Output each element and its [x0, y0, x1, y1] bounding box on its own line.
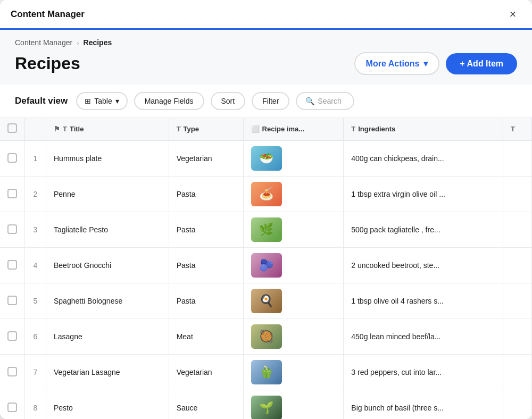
search-placeholder: Search — [318, 97, 341, 105]
modal-title: Content Manager — [11, 9, 85, 20]
view-label: Default view — [15, 96, 68, 106]
row-checkbox[interactable] — [7, 153, 17, 163]
table-row: 5 Spaghetti Bolognese Pasta 🍳 1 tbsp oli… — [0, 283, 532, 319]
recipe-image-thumbnail: 🌱 — [251, 396, 282, 419]
more-actions-label: More Actions — [366, 59, 420, 69]
search-button[interactable]: 🔍 Search — [296, 92, 354, 110]
type-type-icon: T — [177, 125, 181, 133]
row-checkbox[interactable] — [7, 224, 17, 234]
breadcrumb-current: Recipes — [84, 38, 112, 47]
row-recipe-image: 🍳 — [243, 283, 344, 319]
view-controls: Default view ⊞ Table ▾ Manage Fields Sor… — [0, 85, 532, 118]
row-type: Pasta — [169, 212, 243, 248]
row-checkbox[interactable] — [7, 296, 17, 305]
row-type: Vegetarian — [169, 140, 243, 177]
table-view-button[interactable]: ⊞ Table ▾ — [76, 92, 127, 110]
row-extra — [503, 319, 532, 355]
row-ingredients: 400g can chickpeas, drain... — [344, 140, 503, 177]
row-ingredients: 500g pack tagliatelle , fre... — [344, 212, 503, 248]
th-ingredients-label: Ingredients — [358, 125, 395, 133]
row-checkbox-cell — [0, 390, 25, 420]
th-recipe-image-label: Recipe ima... — [262, 125, 304, 133]
row-num: 5 — [25, 283, 46, 319]
row-checkbox-cell — [0, 355, 25, 390]
row-extra — [503, 177, 532, 212]
table-icon: ⊞ — [85, 97, 91, 105]
table-row: 2 Penne Pasta 🍝 1 tbsp extra virgin oliv… — [0, 177, 532, 212]
filter-button[interactable]: Filter — [252, 92, 289, 110]
add-item-button[interactable]: + Add Item — [446, 53, 517, 74]
row-ingredients: 3 red peppers, cut into lar... — [344, 355, 503, 390]
row-checkbox[interactable] — [7, 260, 17, 270]
row-recipe-image: 🫑 — [243, 355, 344, 390]
sort-button[interactable]: Sort — [211, 92, 246, 110]
row-type: Pasta — [169, 248, 243, 283]
header-checkbox[interactable] — [7, 123, 17, 133]
table-header-row: ⚑ T Title T Type ⬜ R — [0, 118, 532, 140]
row-checkbox-cell — [0, 283, 25, 319]
th-title: ⚑ T Title — [46, 118, 169, 140]
recipe-image-thumbnail: 🍳 — [251, 289, 282, 313]
recipe-image-thumbnail: 🥘 — [251, 324, 282, 349]
th-ingredients: T Ingredients — [344, 118, 503, 140]
row-checkbox[interactable] — [7, 403, 17, 412]
row-ingredients: 1 tbsp extra virgin olive oil ... — [344, 177, 503, 212]
row-type: Pasta — [169, 177, 243, 212]
row-ingredients: 450g lean minced beef/la... — [344, 319, 503, 355]
row-title: Hummus plate — [46, 140, 169, 177]
table-chevron-icon: ▾ — [115, 97, 119, 105]
row-extra — [503, 140, 532, 177]
recipe-image-thumbnail: 🫑 — [251, 360, 282, 384]
row-type: Vegetarian — [169, 355, 243, 390]
row-num: 8 — [25, 390, 46, 420]
row-title: Lasagne — [46, 319, 169, 355]
row-ingredients: 1 tbsp olive oil 4 rashers s... — [344, 283, 503, 319]
more-actions-button[interactable]: More Actions ▾ — [354, 52, 440, 75]
row-recipe-image: 🥗 — [243, 140, 344, 177]
recipe-image-thumbnail: 🥗 — [251, 146, 282, 171]
ingredients-type-icon: T — [351, 125, 355, 133]
content-manager-modal: Content Manager × Content Manager › Reci… — [0, 0, 532, 419]
breadcrumb: Content Manager › Recipes — [15, 38, 517, 47]
close-button[interactable]: × — [504, 6, 521, 23]
row-recipe-image: 🥘 — [243, 319, 344, 355]
manage-fields-label: Manage Fields — [145, 97, 194, 105]
row-extra — [503, 212, 532, 248]
table-container: ⚑ T Title T Type ⬜ R — [0, 118, 532, 419]
row-title: Pesto — [46, 390, 169, 420]
row-checkbox-cell — [0, 319, 25, 355]
row-num: 6 — [25, 319, 46, 355]
page-header: Recipes More Actions ▾ + Add Item — [0, 52, 532, 85]
header-actions: More Actions ▾ + Add Item — [354, 52, 517, 75]
recipes-table: ⚑ T Title T Type ⬜ R — [0, 118, 532, 419]
row-checkbox[interactable] — [7, 331, 17, 341]
manage-fields-button[interactable]: Manage Fields — [134, 92, 204, 110]
row-extra — [503, 355, 532, 390]
row-extra — [503, 248, 532, 283]
breadcrumb-section: Content Manager › Recipes — [0, 30, 532, 52]
modal-header: Content Manager × — [0, 0, 532, 30]
row-ingredients: Big bunch of basil (three s... — [344, 390, 503, 420]
table-row: 7 Vegetarian Lasagne Vegetarian 🫑 3 red … — [0, 355, 532, 390]
page-title: Recipes — [15, 54, 80, 73]
recipe-image-thumbnail: 🫐 — [251, 253, 282, 278]
row-recipe-image: 🌿 — [243, 212, 344, 248]
row-recipe-image: 🫐 — [243, 248, 344, 283]
table-row: 1 Hummus plate Vegetarian 🥗 400g can chi… — [0, 140, 532, 177]
flag-icon: ⚑ — [54, 125, 60, 133]
table-row: 3 Tagliatelle Pesto Pasta 🌿 500g pack ta… — [0, 212, 532, 248]
th-title-label: Title — [70, 125, 84, 133]
row-title: Spaghetti Bolognese — [46, 283, 169, 319]
row-type: Meat — [169, 319, 243, 355]
filter-label: Filter — [262, 97, 279, 105]
row-checkbox[interactable] — [7, 367, 17, 376]
breadcrumb-parent[interactable]: Content Manager — [15, 38, 72, 47]
row-extra — [503, 390, 532, 420]
row-num: 3 — [25, 212, 46, 248]
breadcrumb-separator: › — [77, 39, 79, 47]
row-title: Tagliatelle Pesto — [46, 212, 169, 248]
search-icon: 🔍 — [305, 97, 314, 105]
table-row: 6 Lasagne Meat 🥘 450g lean minced beef/l… — [0, 319, 532, 355]
row-checkbox[interactable] — [7, 189, 17, 198]
row-recipe-image: 🌱 — [243, 390, 344, 420]
